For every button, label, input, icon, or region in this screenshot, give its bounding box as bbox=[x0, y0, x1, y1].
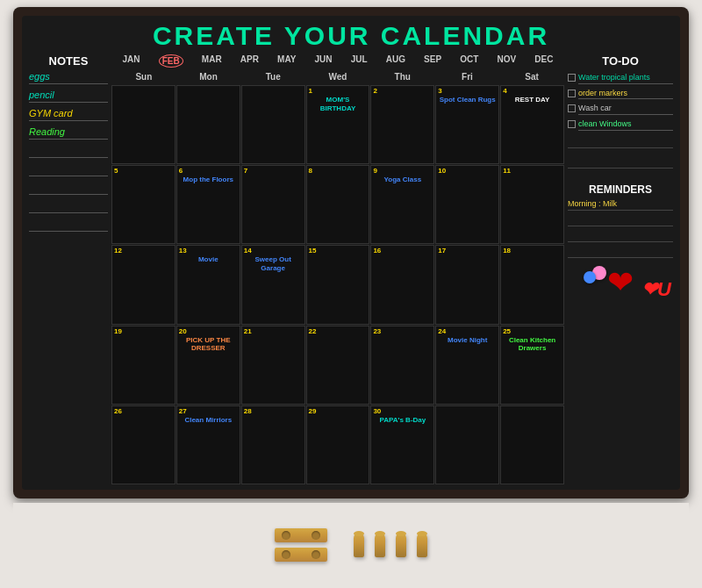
cell-4-text: REST DAY bbox=[503, 96, 562, 104]
day-headers: Sun Mon Tue Wed Thu Fri Sat bbox=[111, 70, 564, 83]
brackets-group bbox=[275, 528, 327, 562]
day-mon: Mon bbox=[176, 70, 241, 83]
reminder-blank1 bbox=[568, 216, 673, 226]
screw-3 bbox=[396, 533, 406, 557]
chalkboard-outer: CREATE YOUR CALENDAR NOTES eggs pencil G… bbox=[13, 7, 689, 498]
note-blank2 bbox=[29, 163, 108, 176]
cell-26: 26 bbox=[111, 405, 176, 484]
cell-empty-3 bbox=[241, 85, 305, 164]
cell-1: 1 MOM'S BIRTHDAY bbox=[306, 85, 370, 164]
love-u-text: ❤U bbox=[641, 278, 671, 301]
hardware-section bbox=[13, 503, 689, 586]
cell-21: 21 bbox=[241, 326, 305, 405]
reminder-morning: Morning : Milk bbox=[568, 199, 673, 211]
cell-4: 4 REST DAY bbox=[500, 85, 564, 164]
notes-list: eggs pencil GYM card Reading bbox=[29, 71, 108, 232]
calendar-panel: JAN FEB MAR APR MAY JUN JUL AUG SEP OCT … bbox=[111, 54, 564, 484]
month-feb[interactable]: FEB bbox=[159, 54, 183, 68]
cell-29: 29 bbox=[306, 405, 370, 484]
cell-25-text: Clean Kitchen Drawers bbox=[503, 336, 562, 353]
month-jan[interactable]: JAN bbox=[123, 54, 140, 68]
cell-19: 19 bbox=[111, 326, 176, 405]
cell-30: 30 PAPA's B-Day bbox=[370, 405, 434, 484]
heart-decoration: ❤ ❤U bbox=[568, 264, 673, 301]
month-jun[interactable]: JUN bbox=[315, 54, 333, 68]
cell-11: 11 bbox=[500, 165, 564, 244]
todo-checkbox-1[interactable] bbox=[568, 74, 576, 82]
cell-22: 22 bbox=[306, 326, 370, 405]
todo-item-1: Water tropical plants bbox=[568, 73, 673, 84]
cal-row-5: 26 27 Clean Mirriors 28 29 bbox=[111, 405, 564, 484]
month-oct[interactable]: OCT bbox=[460, 54, 478, 68]
cell-14: 14 Sweep Out Garage bbox=[241, 245, 305, 324]
todo-empty-2 bbox=[568, 158, 673, 169]
day-sun: Sun bbox=[111, 70, 176, 83]
month-dec[interactable]: DEC bbox=[534, 54, 553, 68]
cell-28: 28 bbox=[241, 405, 305, 484]
content-area: NOTES eggs pencil GYM card Reading JAN bbox=[29, 54, 673, 484]
cell-13: 13 Movie bbox=[176, 245, 240, 324]
notes-title: NOTES bbox=[29, 54, 108, 68]
magnet-blue bbox=[584, 271, 596, 283]
note-reading: Reading bbox=[29, 126, 108, 140]
calendar-rows: 1 MOM'S BIRTHDAY 2 3 Spot Clean Rugs bbox=[111, 85, 564, 484]
chalkboard-inner: CREATE YOUR CALENDAR NOTES eggs pencil G… bbox=[22, 16, 680, 490]
bracket-2 bbox=[275, 548, 327, 562]
calendar-grid: Sun Mon Tue Wed Thu Fri Sat bbox=[111, 70, 564, 484]
note-blank3 bbox=[29, 182, 108, 195]
todo-item-2: order markers bbox=[568, 89, 673, 100]
cell-8: 8 bbox=[306, 165, 370, 244]
cell-25: 25 Clean Kitchen Drawers bbox=[500, 326, 564, 405]
cell-1-text: MOM'S BIRTHDAY bbox=[309, 96, 368, 112]
cell-end2 bbox=[500, 405, 564, 484]
cell-9: 9 Yoga Class bbox=[370, 165, 434, 244]
todo-item-4: clean Windows bbox=[568, 119, 673, 131]
board-title: CREATE YOUR CALENDAR bbox=[29, 21, 673, 51]
cell-9-text: Yoga Class bbox=[373, 176, 432, 184]
day-tue: Tue bbox=[240, 70, 305, 83]
cal-row-4: 19 20 PICK UP THE DRESSER 21 22 bbox=[111, 326, 564, 405]
month-mar[interactable]: MAR bbox=[202, 54, 222, 68]
day-sat: Sat bbox=[499, 70, 564, 83]
cell-end1 bbox=[435, 405, 499, 484]
cell-27: 27 Clean Mirriors bbox=[176, 405, 240, 484]
note-blank1 bbox=[29, 145, 108, 158]
bracket-1 bbox=[275, 528, 327, 542]
todo-text-3: Wash car bbox=[578, 104, 673, 115]
todo-checkbox-3[interactable] bbox=[568, 104, 576, 112]
cell-12: 12 bbox=[111, 245, 176, 324]
todo-title: TO-DO bbox=[568, 54, 673, 68]
screws-group bbox=[354, 533, 427, 557]
reminder-blank3 bbox=[568, 247, 673, 258]
cell-16: 16 bbox=[370, 245, 434, 324]
month-may[interactable]: MAY bbox=[277, 54, 296, 68]
cell-10: 10 bbox=[435, 165, 499, 244]
cell-13-text: Movie bbox=[179, 255, 238, 264]
cell-24: 24 Movie Night bbox=[435, 326, 499, 405]
month-jul[interactable]: JUL bbox=[351, 54, 368, 68]
month-aug[interactable]: AUG bbox=[386, 54, 405, 68]
cell-14-text: Sweep Out Garage bbox=[244, 255, 303, 272]
cal-row-3: 12 13 Movie 14 Sweep Out Garage bbox=[111, 245, 564, 324]
cell-17: 17 bbox=[435, 245, 499, 324]
screw-1 bbox=[354, 533, 364, 557]
todo-checkbox-2[interactable] bbox=[568, 90, 576, 97]
todo-list: Water tropical plants order markers Wash… bbox=[568, 73, 673, 171]
cal-row-2: 5 6 Mop the Floors 7 8 bbox=[111, 165, 564, 244]
notes-panel: NOTES eggs pencil GYM card Reading bbox=[29, 54, 108, 484]
note-gym: GYM card bbox=[29, 108, 108, 121]
note-pencil: pencil bbox=[29, 90, 108, 103]
cell-30-text: PAPA's B-Day bbox=[373, 416, 432, 425]
cell-3: 3 Spot Clean Rugs bbox=[435, 85, 499, 164]
cell-23: 23 bbox=[370, 326, 434, 405]
month-nov[interactable]: NOV bbox=[497, 54, 516, 68]
cell-empty-2 bbox=[176, 85, 240, 164]
note-blank5 bbox=[29, 219, 108, 232]
cell-7: 7 bbox=[241, 165, 305, 244]
month-sep[interactable]: SEP bbox=[424, 54, 441, 68]
cell-15: 15 bbox=[306, 245, 370, 324]
month-apr[interactable]: APR bbox=[240, 54, 259, 68]
todo-checkbox-4[interactable] bbox=[568, 120, 576, 128]
cell-empty-1 bbox=[111, 85, 176, 164]
reminder-blank2 bbox=[568, 232, 673, 242]
